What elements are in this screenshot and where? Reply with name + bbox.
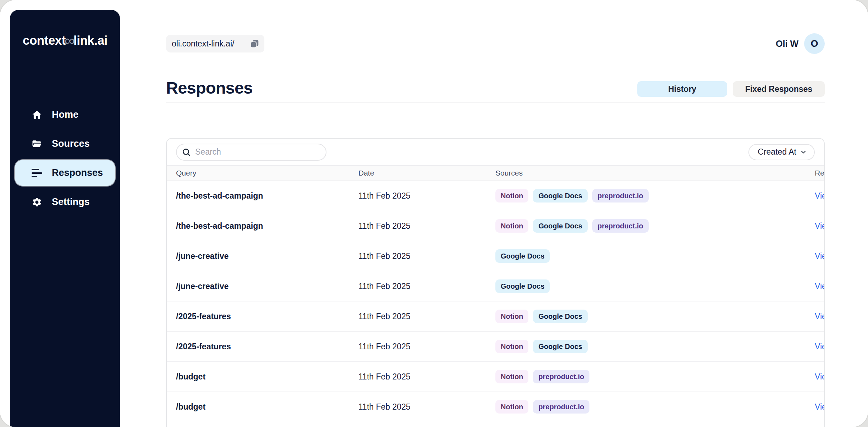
query-cell: /budget [176, 402, 358, 412]
tab-fixed-responses[interactable]: Fixed Responses [733, 81, 825, 97]
date-cell: 11th Feb 2025 [358, 312, 495, 321]
sidebar: context∞link.ai Home Sources Responses [10, 10, 120, 427]
table-row: /budget 11th Feb 2025 Notion preproduct.… [167, 392, 824, 422]
responses-table-card: Created At Query Date Sources Response /… [166, 138, 825, 427]
sidebar-item-label: Sources [52, 138, 90, 149]
search-box [176, 144, 326, 161]
tab-history[interactable]: History [637, 81, 727, 97]
table-row: /june-creative 11th Feb 2025 Google Docs… [167, 271, 824, 301]
sidebar-item-label: Responses [52, 167, 103, 178]
sort-label: Created At [758, 147, 796, 157]
app-window: context∞link.ai Home Sources Responses [0, 0, 868, 427]
chevron-down-icon [800, 149, 807, 156]
main-content: oli.context-link.ai/ Oli W O Responses H… [120, 0, 868, 427]
sources-cell: Notion Google Docs [495, 310, 815, 323]
response-cell: View [815, 342, 825, 351]
response-cell: View [815, 402, 825, 412]
search-input[interactable] [176, 144, 326, 161]
sources-cell: Notion Google Docs preproduct.io [495, 189, 815, 203]
response-cell: View [815, 221, 825, 231]
source-badge-google-docs: Google Docs [495, 249, 550, 263]
table-row: /2025-features 11th Feb 2025 Notion Goog… [167, 301, 824, 332]
tab-group: History Fixed Responses [637, 81, 825, 97]
column-header-sources: Sources [495, 169, 815, 177]
sources-cell: Notion preproduct.io [495, 370, 815, 383]
query-cell: /budget [176, 372, 358, 382]
response-cell: View [815, 251, 825, 261]
table-header-row: Query Date Sources Response [167, 165, 824, 181]
query-cell: /june-creative [176, 251, 358, 261]
sidebar-item-settings[interactable]: Settings [15, 189, 115, 215]
url-text: oli.context-link.ai/ [172, 39, 234, 49]
sidebar-item-sources[interactable]: Sources [15, 131, 115, 157]
source-badge-google-docs: Google Docs [533, 310, 587, 323]
column-header-response: Response [815, 169, 825, 177]
sidebar-item-label: Settings [52, 196, 90, 207]
date-cell: 11th Feb 2025 [358, 372, 495, 382]
url-bar: oli.context-link.ai/ [166, 35, 264, 52]
view-link[interactable]: View [815, 221, 825, 231]
view-link[interactable]: View [815, 402, 825, 411]
brand-logo: context∞link.ai [10, 33, 120, 49]
table-row: /the-best-ad-campaign 11th Feb 2025 Noti… [167, 211, 824, 241]
date-cell: 11th Feb 2025 [358, 251, 495, 261]
view-link[interactable]: View [815, 342, 825, 351]
date-cell: 11th Feb 2025 [358, 342, 495, 351]
copy-icon[interactable] [250, 39, 259, 49]
date-cell: 11th Feb 2025 [358, 191, 495, 201]
source-badge-preproduct: preproduct.io [533, 400, 589, 414]
view-link[interactable]: View [815, 282, 825, 291]
source-badge-google-docs: Google Docs [533, 340, 587, 353]
sidebar-item-responses[interactable]: Responses [15, 160, 115, 186]
column-header-date: Date [358, 169, 495, 177]
query-cell: /the-best-ad-campaign [176, 221, 358, 231]
source-badge-google-docs: Google Docs [533, 219, 587, 233]
view-link[interactable]: View [815, 191, 825, 200]
date-cell: 11th Feb 2025 [358, 221, 495, 231]
query-cell: /2025-features [176, 342, 358, 351]
user-menu: Oli W O [776, 33, 825, 54]
gear-icon [31, 196, 43, 208]
sort-dropdown[interactable]: Created At [748, 144, 815, 160]
table-row: /budget 11th Feb 2025 Notion preproduct.… [167, 362, 824, 392]
date-cell: 11th Feb 2025 [358, 282, 495, 291]
search-icon [182, 148, 191, 158]
sources-cell: Notion Google Docs preproduct.io [495, 219, 815, 233]
logo-text-left: context [23, 33, 66, 47]
table-row: /the-best-ad-campaign 11th Feb 2025 Noti… [167, 181, 824, 211]
view-link[interactable]: View [815, 312, 825, 321]
query-cell: /june-creative [176, 282, 358, 291]
header-divider [166, 102, 825, 102]
source-badge-notion: Notion [495, 219, 528, 233]
folder-icon [31, 138, 43, 150]
query-cell: /the-best-ad-campaign [176, 191, 358, 201]
table-row: /2025-features 11th Feb 2025 Notion Goog… [167, 332, 824, 362]
source-badge-preproduct: preproduct.io [533, 370, 589, 383]
logo-text-right: link.ai [73, 33, 108, 47]
page-header: Responses History Fixed Responses [166, 78, 825, 98]
response-cell: View [815, 191, 825, 201]
source-badge-notion: Notion [495, 400, 528, 414]
source-badge-notion: Notion [495, 310, 528, 323]
query-cell: /2025-features [176, 312, 358, 321]
sidebar-item-label: Home [52, 109, 78, 120]
column-header-query: Query [176, 169, 358, 177]
sidebar-nav: Home Sources Responses Settings [10, 102, 120, 215]
user-name: Oli W [776, 39, 798, 49]
sources-cell: Google Docs [495, 279, 815, 293]
view-link[interactable]: View [815, 372, 825, 381]
topbar: oli.context-link.ai/ Oli W O [166, 33, 825, 54]
sidebar-item-home[interactable]: Home [15, 102, 115, 128]
infinity-link-icon: ∞ [65, 33, 75, 48]
date-cell: 11th Feb 2025 [358, 402, 495, 412]
view-link[interactable]: View [815, 251, 825, 261]
response-cell: View [815, 312, 825, 321]
page-title: Responses [166, 78, 253, 98]
list-icon [31, 167, 43, 179]
source-badge-notion: Notion [495, 370, 528, 383]
source-badge-google-docs: Google Docs [533, 189, 587, 203]
sources-cell: Notion preproduct.io [495, 400, 815, 414]
source-badge-notion: Notion [495, 340, 528, 353]
source-badge-preproduct: preproduct.io [592, 189, 649, 203]
avatar[interactable]: O [804, 33, 825, 54]
